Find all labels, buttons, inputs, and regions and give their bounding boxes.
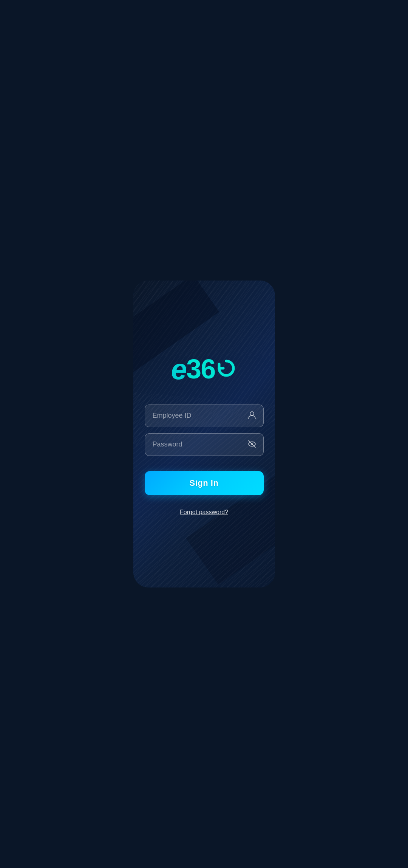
logo-360: 36 [186, 353, 237, 384]
employee-id-input[interactable] [145, 405, 264, 427]
login-screen: e 36 [133, 281, 275, 587]
logo-e: e [171, 353, 186, 386]
main-content: e 36 [133, 353, 275, 516]
app-logo: e 36 [171, 353, 237, 386]
signin-button[interactable]: Sign In [145, 471, 264, 495]
login-form: Sign In Forgot password? [145, 405, 264, 516]
forgot-password-link[interactable]: Forgot password? [180, 509, 228, 516]
eye-off-icon [247, 439, 257, 449]
toggle-password-button[interactable] [247, 439, 257, 450]
bg-stripe-bottom [133, 512, 275, 587]
logo-container: e 36 [171, 353, 237, 386]
password-input[interactable] [145, 433, 264, 456]
logo-cycle-icon [216, 358, 237, 381]
employee-id-wrapper [145, 405, 264, 427]
password-wrapper [145, 433, 264, 456]
